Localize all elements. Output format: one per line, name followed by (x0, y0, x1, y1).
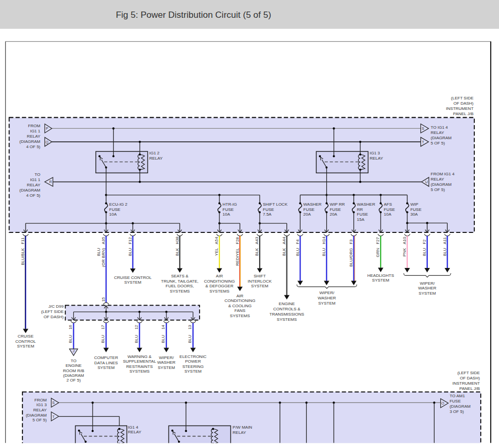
svg-text:FUSE: FUSE (303, 207, 314, 212)
svg-text:(DIAGRAM: (DIAGRAM (431, 182, 452, 187)
svg-text:BLU: BLU (128, 248, 132, 256)
svg-text:SYSTEMS: SYSTEMS (209, 289, 229, 294)
svg-text:A54: A54 (214, 237, 219, 244)
svg-text:10A: 10A (223, 212, 230, 217)
svg-text:RELAY: RELAY (431, 130, 445, 135)
svg-text:AIR: AIR (216, 274, 223, 278)
svg-text:BLU: BLU (68, 335, 73, 343)
svg-text:BLU: BLU (442, 248, 447, 256)
svg-text:PNK: PNK (402, 248, 407, 256)
svg-text:10A: 10A (384, 212, 392, 217)
svg-text:ENGINE: ENGINE (279, 301, 295, 306)
svg-text:SHIFT: SHIFT (253, 274, 265, 278)
svg-text:5 OF 5): 5 OF 5) (32, 418, 47, 422)
svg-text:RESTRAINTS: RESTRAINTS (126, 364, 153, 369)
svg-text:RELAY: RELAY (34, 408, 47, 412)
svg-text:F27: F27 (375, 237, 380, 244)
svg-text:WIP: WIP (411, 202, 418, 207)
svg-text:15A: 15A (357, 217, 365, 222)
svg-text:HEADLIGHTS: HEADLIGHTS (367, 273, 394, 278)
svg-text:J: J (73, 349, 75, 353)
svg-text:BLU/ORG: BLU/ORG (349, 248, 353, 267)
svg-text:(LEFT SIDE: (LEFT SIDE (41, 309, 64, 314)
svg-text:SYSTEMS: SYSTEMS (129, 369, 149, 374)
svg-text:3 OF 5): 3 OF 5) (450, 409, 464, 414)
svg-text:SYSTEM: SYSTEM (419, 291, 436, 296)
svg-text:BLU: BLU (422, 248, 427, 256)
svg-text:SUPPLEMENTAL: SUPPLEMENTAL (123, 359, 157, 364)
svg-text:SYSTEM: SYSTEM (184, 369, 202, 374)
svg-text:20A: 20A (303, 212, 311, 217)
svg-text:13: 13 (187, 324, 192, 329)
svg-text:FUSE: FUSE (263, 207, 274, 212)
svg-text:WASHER: WASHER (357, 202, 375, 207)
svg-text:OF DASH): OF DASH) (460, 376, 480, 380)
svg-text:BLU: BLU (295, 248, 300, 256)
svg-text:FUSE: FUSE (223, 207, 234, 212)
svg-text:12: 12 (134, 324, 139, 329)
svg-text:5 OF 5): 5 OF 5) (431, 141, 445, 145)
svg-text:WIPER/: WIPER/ (159, 355, 174, 360)
svg-text:BLU: BLU (101, 335, 105, 343)
svg-text:IG1 3: IG1 3 (370, 151, 380, 155)
svg-text:BLK: BLK (175, 248, 180, 256)
svg-text:S: S (52, 401, 55, 405)
svg-text:INTERLOCK: INTERLOCK (248, 279, 272, 284)
svg-text:17: 17 (101, 324, 105, 329)
svg-text:ELECTRONIC: ELECTRONIC (180, 354, 207, 359)
svg-text:S: S (422, 127, 424, 130)
svg-text:F11: F11 (20, 237, 25, 244)
svg-text:STEERING: STEERING (182, 364, 204, 369)
svg-text:CONDITIONING: CONDITIONING (204, 279, 235, 284)
svg-text:SYSTEM: SYSTEM (158, 365, 175, 370)
svg-text:COMPUTER: COMPUTER (94, 355, 118, 360)
svg-text:BLU: BLU (321, 248, 326, 256)
svg-text:TO IG1 4: TO IG1 4 (431, 125, 448, 130)
svg-text:O: O (441, 401, 445, 405)
svg-text:FUSE: FUSE (330, 207, 341, 212)
svg-text:F28: F28 (235, 237, 240, 244)
svg-text:IG1 2: IG1 2 (149, 151, 160, 155)
svg-text:SYSTEM: SYSTEM (124, 280, 141, 285)
svg-text:10A: 10A (109, 212, 117, 217)
svg-text:BLK: BLK (282, 248, 286, 256)
svg-text:7.5A: 7.5A (263, 212, 272, 217)
svg-text:BLU/BLK: BLU/BLK (20, 248, 25, 265)
svg-text:FUSE: FUSE (384, 207, 395, 212)
svg-text:TO: TO (71, 359, 76, 363)
svg-text:P: P (46, 127, 48, 130)
svg-text:15: 15 (101, 297, 106, 301)
svg-text:SYSTEMS: SYSTEMS (170, 289, 190, 294)
svg-text:F12: F12 (128, 237, 132, 244)
svg-text:20A: 20A (330, 212, 338, 217)
svg-text:FUSE: FUSE (109, 207, 120, 212)
svg-text:RELAY: RELAY (128, 430, 141, 434)
svg-text:RELAY: RELAY (232, 430, 246, 435)
svg-text:30A: 30A (411, 212, 418, 217)
svg-text:FUSE: FUSE (411, 207, 422, 212)
svg-text:DATA LINES: DATA LINES (94, 361, 118, 365)
svg-text:WASHER: WASHER (418, 286, 437, 290)
svg-text:RELAY: RELAY (370, 156, 383, 161)
svg-text:H38: H38 (175, 237, 180, 244)
svg-text:ROOM R/B: ROOM R/B (63, 368, 84, 373)
svg-text:FROM: FROM (35, 398, 47, 402)
svg-text:SYSTEM: SYSTEM (17, 344, 34, 349)
svg-text:(LEFT SIDE: (LEFT SIDE (451, 96, 473, 100)
svg-text:T: T (52, 415, 55, 419)
svg-text:IG1 4: IG1 4 (128, 425, 138, 430)
svg-text:J/C D99: J/C D99 (49, 304, 64, 309)
svg-text:BLU: BLU (134, 335, 139, 343)
svg-text:FROM IG1 4: FROM IG1 4 (431, 172, 455, 176)
svg-text:FUSE: FUSE (450, 399, 461, 404)
svg-text:RELAY: RELAY (431, 177, 445, 182)
svg-text:OF DASH): OF DASH) (453, 101, 474, 106)
svg-text:BLK: BLK (254, 248, 259, 256)
svg-text:SYSTEM: SYSTEM (372, 278, 390, 283)
svg-text:T: T (422, 140, 425, 144)
svg-text:POWER: POWER (185, 359, 201, 364)
svg-text:F4: F4 (295, 239, 300, 244)
svg-text:CRUISE CONTROL: CRUISE CONTROL (114, 275, 152, 280)
svg-text:P/W MAIN: P/W MAIN (232, 425, 252, 430)
svg-text:BLU: BLU (187, 335, 192, 343)
